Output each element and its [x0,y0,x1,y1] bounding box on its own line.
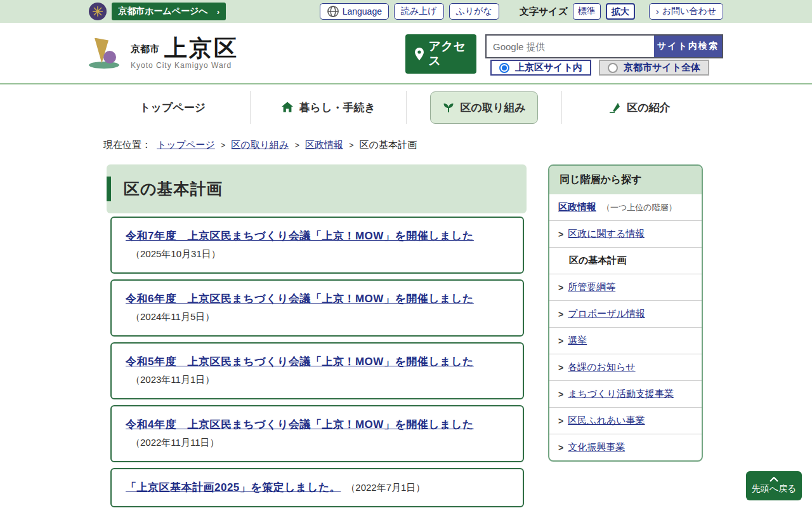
sidebar-parent-link[interactable]: 区政情報 [558,201,596,213]
sidebar-same-level: 同じ階層から探す 区政情報 （一つ上位の階層） > 区政に関する情報 区の基本計… [548,164,703,462]
nav-item-ward-initiatives[interactable]: 区の取り組み [406,91,561,124]
access-label: アクセス [429,39,468,69]
home-icon [281,101,294,114]
chevron-right-icon: > [558,389,563,399]
breadcrumb: 現在位置： トップページ > 区の取り組み > 区政情報 > 区の基本計画 [103,139,812,151]
nav-introduction-label: 区の紹介 [627,100,670,115]
search-scope-city-option[interactable]: 京都市サイト全体 [599,60,709,76]
site-header: 京都市 上京区 Kyoto City Kamigyo Ward アクセス サイト… [0,23,812,84]
article-list: 令和7年度 上京区民まちづくり会議「上京！MOW」を開催しました（2025年10… [107,217,527,508]
article-link[interactable]: 令和6年度 上京区民まちづくり会議「上京！MOW」を開催しました [126,293,474,305]
article-card: 「上京区基本計画2025」を策定しました。（2022年7月1日） [110,468,524,507]
city-homepage-button[interactable]: 京都市ホームページへ › [112,3,226,20]
chevron-right-icon: > [558,363,563,373]
ward-logo-mark-icon [89,36,123,70]
contact-button[interactable]: › お問い合わせ [649,3,723,20]
sidebar-link[interactable]: まちづくり活動支援事業 [568,388,674,400]
breadcrumb-link-top[interactable]: トップページ [157,139,215,151]
nav-item-ward-introduction[interactable]: 区の紹介 [561,91,717,124]
nav-living-label: 暮らし・手続き [299,100,376,115]
article-date: （2023年11月1日） [131,374,214,385]
language-button[interactable]: Language [320,3,389,20]
sidebar-link[interactable]: 選挙 [568,335,587,347]
page-title-box: 区の基本計画 [107,164,527,213]
chevron-right-icon: › [217,7,219,17]
nav-active-highlight: 区の取り組み [430,91,538,124]
main-content: 区の基本計画 令和7年度 上京区民まちづくり会議「上京！MOW」を開催しました（… [107,164,527,508]
article-card: 令和6年度 上京区民まちづくり会議「上京！MOW」を開催しました（2024年11… [110,279,524,337]
sidebar-link[interactable]: プロポーザル情報 [568,308,645,320]
search-scope-city-label: 京都市サイト全体 [624,62,700,74]
page-title: 区の基本計画 [124,178,223,199]
logo-ward-english: Kyoto City Kamigyo Ward [131,61,239,70]
site-search-button[interactable]: サイト内検索 [654,36,722,57]
nav-top-page-label: トップページ [140,100,206,115]
sidebar-item-cultural-promotion: > 文化振興事業 [549,434,702,460]
logo-ward-text: 上京区 [164,37,239,60]
search-input[interactable] [487,36,654,57]
global-nav: トップページ 暮らし・手続き 区の取り組み [0,84,812,130]
chevron-right-icon: > [558,283,563,293]
nav-item-top-page[interactable]: トップページ [95,91,250,124]
breadcrumb-separator: > [294,140,299,150]
chevron-right-icon: > [558,443,563,453]
breadcrumb-link-ward-info[interactable]: 区政情報 [305,139,343,151]
furigana-button[interactable]: ふりがな [449,3,499,20]
article-date: （2022年7月1日） [346,482,425,493]
nav-item-living-procedures[interactable]: 暮らし・手続き [250,91,405,124]
sprout-icon [442,101,455,114]
sidebar-item-current-basic-plan: 区の基本計画 [549,247,702,274]
sidebar-parent-item: 区政情報 （一つ上位の階層） [549,194,702,220]
globe-icon [327,5,339,18]
access-button[interactable]: アクセス [405,34,476,74]
logo-city-text: 京都市 [131,43,159,60]
article-date: （2024年11月5日） [131,311,214,322]
sidebar-item-elections: > 選挙 [549,327,702,354]
sidebar-link[interactable]: 区民ふれあい事業 [568,415,645,427]
font-size-label: 文字サイズ [520,6,568,18]
chevron-right-icon: > [558,229,563,239]
search-scope-ward-option[interactable]: 上京区サイト内 [490,60,591,76]
chevron-right-icon: > [558,309,563,319]
read-aloud-button[interactable]: 読み上げ [394,3,444,20]
language-label: Language [343,6,382,17]
article-date: （2022年11月11日） [131,437,219,448]
top-utility-bar: 京都市ホームページへ › Language 読み上げ ふりがな 文字サイズ 標準… [0,0,812,23]
radio-unselected-icon [608,63,618,73]
font-size-standard-button[interactable]: 標準 [573,3,601,20]
sidebar-item-ward-admin-info: > 区政に関する情報 [549,220,702,247]
sidebar-link[interactable]: 各課のお知らせ [568,361,635,373]
breadcrumb-label: 現在位置： [103,139,151,151]
article-link[interactable]: 「上京区基本計画2025」を策定しました。 [126,481,341,493]
font-size-large-button[interactable]: 拡大 [606,3,635,20]
sidebar-parent-note: （一つ上位の階層） [602,202,677,213]
sidebar-item-proposal-info: > プロポーザル情報 [549,300,702,327]
article-link[interactable]: 令和7年度 上京区民まちづくり会議「上京！MOW」を開催しました [126,230,474,242]
chevron-right-icon: > [558,416,563,426]
map-pin-icon [414,48,424,60]
sidebar-item-department-news: > 各課のお知らせ [549,354,702,380]
sidebar-link[interactable]: 区政に関する情報 [568,228,645,240]
article-date: （2025年10月31日） [131,248,221,259]
sidebar-item-machizukuri-support: > まちづくり活動支援事業 [549,380,702,407]
chevron-up-icon [769,477,779,482]
breadcrumb-separator: > [221,140,226,150]
article-card: 令和7年度 上京区民まちづくり会議「上京！MOW」を開催しました（2025年10… [110,217,524,274]
article-link[interactable]: 令和5年度 上京区民まちづくり会議「上京！MOW」を開催しました [126,356,474,368]
sidebar-link[interactable]: 所管要綱等 [568,281,615,293]
contact-label: お問い合わせ [662,6,716,17]
site-logo[interactable]: 京都市 上京区 Kyoto City Kamigyo Ward [89,36,239,70]
city-homepage-label: 京都市ホームページへ [118,6,208,17]
article-link[interactable]: 令和4年度 上京区民まちづくり会議「上京！MOW」を開催しました [126,418,474,431]
radio-selected-icon [499,63,509,73]
sidebar-item-guidelines: > 所管要綱等 [549,274,702,300]
back-to-top-label: 先頭へ戻る [752,483,797,495]
sidebar-item-fureai-project: > 区民ふれあい事業 [549,407,702,434]
breadcrumb-link-initiatives[interactable]: 区の取り組み [231,139,289,151]
sidebar-link[interactable]: 文化振興事業 [568,441,625,453]
article-card: 令和5年度 上京区民まちづくり会議「上京！MOW」を開催しました（2023年11… [110,342,524,399]
back-to-top-button[interactable]: 先頭へ戻る [746,471,802,500]
breadcrumb-current: 区の基本計画 [360,139,417,151]
chevron-right-icon: › [656,6,659,17]
nav-initiatives-label: 区の取り組み [461,100,526,115]
